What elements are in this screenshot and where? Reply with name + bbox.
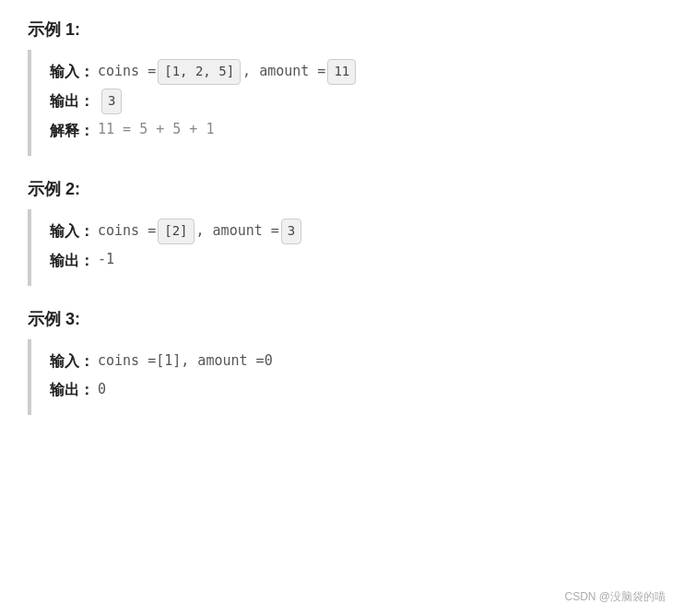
example-2-input-label: 输入： [50,219,94,243]
example-2-block: 输入： coins = [2] , amount = 3 输出： -1 [28,209,656,286]
example-1-explain-line: 解释： 11 = 5 + 5 + 1 [50,118,638,143]
example-3-section: 示例 3: 输入： coins = [1] , amount = 0 输出： 0 [28,308,656,415]
example-1-input-line: 输入： coins = [1, 2, 5] , amount = 11 [50,59,638,85]
example-1-input-label: 输入： [50,59,94,84]
example-2-coins-value: [2] [158,219,194,244]
example-2-output-label: 输出： [50,248,94,273]
example-3-output-line: 输出： 0 [50,377,638,402]
example-2-coins-prefix: coins = [98,219,156,243]
example-2-output-value: -1 [98,248,114,272]
example-2-amount-value: 3 [281,219,301,244]
example-1-title: 示例 1: [28,18,656,41]
example-1-coins-prefix: coins = [98,60,156,84]
example-1-section: 示例 1: 输入： coins = [1, 2, 5] , amount = 1… [28,18,656,156]
example-3-coins-value: [1] [156,349,181,373]
example-2-amount-text: , amount = [196,219,279,243]
example-1-output-label: 输出： [50,89,94,113]
example-1-output-value: 3 [101,89,122,114]
example-3-input-label: 输入： [50,349,94,373]
example-1-explain-label: 解释： [50,118,94,143]
example-3-input-line: 输入： coins = [1] , amount = 0 [50,349,638,373]
example-3-amount-value: 0 [265,349,273,373]
example-2-output-line: 输出： -1 [50,248,638,273]
example-1-amount-text: , amount = [242,60,325,84]
example-2-input-line: 输入： coins = [2] , amount = 3 [50,219,638,244]
example-2-section: 示例 2: 输入： coins = [2] , amount = 3 输出： -… [28,178,656,286]
example-1-coins-value: [1, 2, 5] [158,59,241,85]
example-3-block: 输入： coins = [1] , amount = 0 输出： 0 [28,339,656,415]
example-3-title: 示例 3: [28,308,656,330]
watermark: CSDN @没脑袋的喵 [564,589,666,605]
example-3-output-value: 0 [98,378,106,402]
example-3-output-label: 输出： [50,377,94,402]
example-2-title: 示例 2: [28,178,656,200]
example-3-amount-text: , amount = [181,349,264,373]
example-3-coins-prefix: coins = [98,349,156,373]
example-1-amount-value: 11 [327,59,356,85]
example-1-explain-text: 11 = 5 + 5 + 1 [98,118,214,142]
example-1-output-line: 输出： 3 [50,89,638,114]
example-1-block: 输入： coins = [1, 2, 5] , amount = 11 输出： … [28,50,656,156]
